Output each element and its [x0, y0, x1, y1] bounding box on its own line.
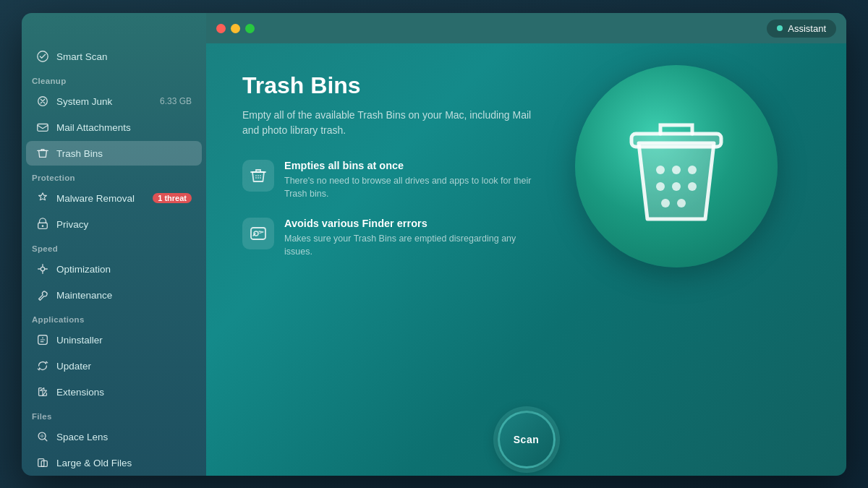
svg-point-17	[255, 177, 257, 179]
scan-btn-area: Scan	[206, 411, 846, 476]
malware-icon	[36, 192, 49, 205]
trash-circle-bg	[575, 65, 778, 267]
svg-rect-22	[631, 134, 721, 147]
sidebar-item-maintenance[interactable]: Maintenance	[26, 283, 202, 307]
optimization-icon	[36, 262, 49, 275]
maintenance-icon	[36, 288, 49, 301]
svg-point-18	[258, 177, 259, 179]
svg-point-19	[260, 177, 261, 179]
svg-point-4	[42, 225, 44, 227]
trash-illustration	[618, 103, 734, 230]
app-window: Smart Scan Cleanup System Junk 6.33 GB M…	[22, 13, 846, 476]
malware-badge: 1 threat	[153, 193, 192, 203]
sidebar-item-space-lens[interactable]: Space Lens	[26, 424, 202, 449]
large-old-files-icon	[36, 456, 49, 469]
privacy-icon	[36, 218, 49, 231]
assistant-label: Assistant	[788, 23, 826, 34]
svg-point-24	[672, 166, 681, 174]
bins-icon	[249, 166, 268, 185]
traffic-lights	[216, 24, 255, 33]
feature-desc-finder-errors: Makes sure your Trash Bins are emptied d…	[284, 232, 546, 258]
svg-rect-2	[38, 124, 48, 132]
svg-point-27	[672, 182, 681, 191]
finder-icon	[249, 224, 268, 243]
assistant-button[interactable]: Assistant	[767, 20, 836, 38]
section-label-applications: Applications	[22, 308, 206, 327]
svg-point-26	[656, 182, 665, 191]
sidebar-item-extensions[interactable]: Extensions	[26, 380, 202, 404]
svg-point-7	[42, 337, 43, 338]
privacy-label: Privacy	[56, 219, 88, 230]
sidebar-item-uninstaller[interactable]: Uninstaller	[26, 328, 202, 352]
space-lens-icon	[36, 430, 49, 443]
sidebar-item-updater[interactable]: Updater	[26, 354, 202, 378]
trash-bins-label: Trash Bins	[56, 148, 103, 159]
text-area: Trash Bins Empty all of the available Tr…	[242, 72, 546, 276]
system-junk-label: System Junk	[56, 96, 112, 107]
feature-title-empties-bins: Empties all bins at once	[284, 160, 546, 171]
svg-point-25	[688, 166, 697, 174]
feature-item-finder-errors: Avoids various Finder errors Makes sure …	[242, 218, 546, 258]
finder-errors-icon-container	[242, 218, 274, 249]
minimize-button[interactable]	[231, 24, 240, 33]
mail-attachments-label: Mail Attachments	[56, 122, 131, 133]
malware-removal-label: Malware Removal	[56, 193, 135, 204]
feature-text-finder-errors: Avoids various Finder errors Makes sure …	[284, 218, 546, 258]
smart-scan-icon	[36, 50, 49, 63]
updater-icon	[36, 359, 49, 372]
close-button[interactable]	[216, 24, 226, 33]
extensions-icon	[36, 385, 49, 398]
page-description: Empty all of the available Trash Bins on…	[242, 108, 546, 138]
sidebar-item-smart-scan[interactable]: Smart Scan	[26, 44, 202, 69]
svg-point-15	[258, 175, 259, 176]
svg-point-16	[260, 175, 261, 176]
maintenance-label: Maintenance	[56, 290, 112, 301]
sidebar-smart-scan-label: Smart Scan	[56, 51, 108, 62]
svg-point-5	[41, 267, 44, 270]
section-label-speed: Speed	[22, 237, 206, 256]
feature-title-finder-errors: Avoids various Finder errors	[284, 218, 546, 229]
uninstaller-label: Uninstaller	[56, 335, 103, 346]
svg-point-30	[677, 199, 686, 207]
section-label-files: Files	[22, 405, 206, 424]
mail-icon	[36, 121, 49, 134]
sidebar-item-privacy[interactable]: Privacy	[26, 212, 202, 236]
svg-point-14	[255, 175, 257, 176]
titlebar: Assistant	[206, 13, 846, 43]
section-label-protection: Protection	[22, 166, 206, 185]
feature-text-empties-bins: Empties all bins at once There's no need…	[284, 160, 546, 200]
illustration-area	[575, 65, 778, 267]
section-label-cleanup: Cleanup	[22, 69, 206, 88]
empties-bins-icon-container	[242, 160, 274, 192]
main-content: Assistant Trash Bins Empty all of the av…	[206, 13, 846, 476]
space-lens-label: Space Lens	[56, 432, 108, 442]
sidebar-item-optimization[interactable]: Optimization	[26, 257, 202, 281]
large-old-files-label: Large & Old Files	[56, 458, 132, 468]
sidebar-item-system-junk[interactable]: System Junk 6.33 GB	[26, 89, 202, 114]
svg-point-23	[656, 166, 665, 174]
feature-item-empties-bins: Empties all bins at once There's no need…	[242, 160, 546, 200]
sidebar-item-large-old-files[interactable]: Large & Old Files	[26, 450, 202, 475]
svg-point-29	[661, 199, 670, 207]
sidebar-item-malware-removal[interactable]: Malware Removal 1 threat	[26, 186, 202, 210]
uninstaller-icon	[36, 333, 49, 346]
system-junk-icon	[36, 95, 49, 108]
sidebar-item-trash-bins[interactable]: Trash Bins	[26, 141, 202, 166]
sidebar-item-mail-attachments[interactable]: Mail Attachments	[26, 115, 202, 140]
assistant-dot	[777, 25, 783, 31]
extensions-label: Extensions	[56, 387, 104, 398]
page-title: Trash Bins	[242, 72, 546, 99]
system-junk-size: 6.33 GB	[160, 96, 192, 106]
sidebar: Smart Scan Cleanup System Junk 6.33 GB M…	[22, 13, 206, 476]
svg-point-28	[688, 182, 697, 191]
scan-button[interactable]: Scan	[498, 411, 556, 468]
trash-bins-icon	[36, 147, 49, 160]
maximize-button[interactable]	[245, 24, 255, 33]
optimization-label: Optimization	[56, 264, 111, 275]
updater-label: Updater	[56, 361, 91, 372]
feature-desc-empties-bins: There's no need to browse all drives and…	[284, 174, 546, 200]
